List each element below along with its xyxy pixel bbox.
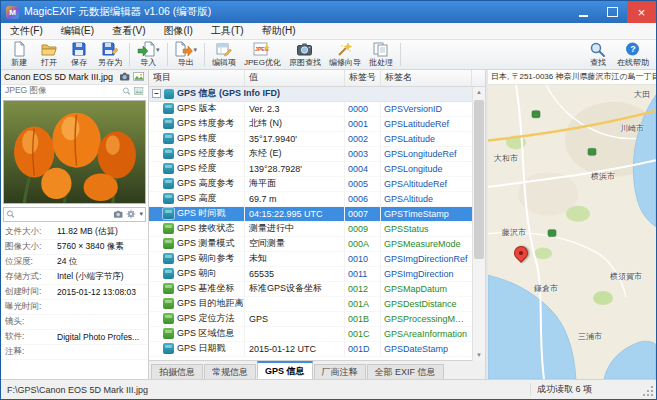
properties-list: 文件大小: 11.82 MB (估算) 图像大小: 5760 × 3840 像素… <box>1 225 148 379</box>
image-icon[interactable] <box>133 71 145 82</box>
jpeg-optimize-button[interactable]: JPEG JPEG优化 <box>240 40 285 69</box>
scroll-up-icon[interactable]: ▲ <box>473 87 485 98</box>
property-label: 曝光时间: <box>5 301 57 313</box>
info-tab[interactable]: 全部 EXIF 信息 <box>367 364 444 379</box>
table-row[interactable]: GPS 纬度参考 北纬 (N) 0001 GPSLatitudeRef <box>149 117 472 132</box>
tag-type-icon <box>163 148 174 159</box>
zoom-icon[interactable] <box>122 86 132 96</box>
wizard-button[interactable]: 编修向导 <box>325 40 365 69</box>
map-label: 大田 <box>634 89 650 100</box>
info-tab[interactable]: 常规信息 <box>204 364 256 379</box>
menu-help[interactable]: 帮助(H) <box>253 23 305 39</box>
original-search-button[interactable]: 原图查找 <box>285 40 325 69</box>
info-tab[interactable]: 厂商注释 <box>314 364 366 379</box>
table-scrollbar[interactable]: ▲ ▼ <box>472 87 485 361</box>
scrollbar-thumb[interactable] <box>474 100 484 259</box>
header-item[interactable]: 项目 <box>149 70 245 86</box>
collapse-icon[interactable]: − <box>152 89 161 98</box>
map-label: 三浦市 <box>578 331 602 342</box>
group-row[interactable]: − GPS 信息 (GPS Info IFD) <box>149 87 472 102</box>
table-row[interactable]: GPS 高度 69.7 m 0006 GPSAltitude <box>149 192 472 207</box>
table-row[interactable]: GPS 接收状态 测量进行中 0009 GPSStatus <box>149 222 472 237</box>
table-row[interactable]: GPS 目的地距离 001A GPSDestDistance <box>149 297 472 312</box>
menu-file[interactable]: 文件(F) <box>1 23 52 39</box>
table-row[interactable]: GPS 基准坐标 标准GPS设备坐标 0012 GPSMapDatum <box>149 282 472 297</box>
cell-tag: 0000 <box>345 102 381 116</box>
gear-icon[interactable] <box>126 209 136 219</box>
save-button[interactable]: 保存 <box>64 40 94 69</box>
table-row[interactable]: GPS 区域信息 001C GPSAreaInformation <box>149 327 472 342</box>
map-canvas[interactable]: 大田川崎市大和市横浜市藤沢市鎌倉市横須賀市三浦市 <box>488 85 656 379</box>
camera-icon[interactable] <box>113 209 124 219</box>
map-label: 横浜市 <box>591 171 615 182</box>
picture-icon[interactable] <box>134 86 144 96</box>
menu-tools[interactable]: 工具(T) <box>202 23 253 39</box>
chevron-down-icon[interactable]: ▾ <box>139 210 143 218</box>
group-label: GPS 信息 (GPS Info IFD) <box>177 87 280 100</box>
table-row[interactable]: GPS 时间戳 04:15:22.995 UTC 0007 GPSTimeSta… <box>149 207 472 222</box>
cell-tagname: GPSStatus <box>381 224 472 234</box>
header-tagname[interactable]: 标签名 <box>381 70 472 86</box>
cell-tagname: GPSAreaInformation <box>381 329 472 339</box>
resize-grip[interactable] <box>642 380 656 399</box>
cell-tagname: GPSAltitude <box>381 194 472 204</box>
cell-value: GPS <box>245 312 345 326</box>
search-input[interactable] <box>18 209 111 219</box>
online-help-button[interactable]: ? 在线帮助 <box>613 40 653 69</box>
map-label: 川崎市 <box>620 123 644 134</box>
close-button[interactable]: × <box>627 1 656 23</box>
cell-tagname: GPSTimeStamp <box>381 209 472 219</box>
cell-item: GPS 目的地距离 <box>149 297 245 311</box>
property-row: 图像大小: 5760 × 3840 像素 <box>1 240 148 255</box>
new-button[interactable]: 新建 <box>4 40 34 69</box>
property-value: 5760 × 3840 像素 <box>57 241 144 253</box>
table-row[interactable]: GPS 经度参考 东经 (E) 0003 GPSLongitudeRef <box>149 147 472 162</box>
save-label: 保存 <box>71 59 87 68</box>
menu-edit[interactable]: 编辑(E) <box>52 23 103 39</box>
stacked-pages-icon <box>372 41 390 59</box>
menu-image[interactable]: 图像(I) <box>154 23 201 39</box>
table-row[interactable]: GPS 测量模式 空间测量 000A GPSMeasureMode <box>149 237 472 252</box>
property-label: 存储方式: <box>5 271 57 283</box>
cell-item: GPS 高度 <box>149 192 245 206</box>
table-row[interactable]: GPS 纬度 35°17.9940' 0002 GPSLatitude <box>149 132 472 147</box>
edit-items-button[interactable]: 编辑项 <box>208 40 240 69</box>
info-tab[interactable]: GPS 信息 <box>257 361 313 379</box>
find-button[interactable]: 查找 <box>583 40 613 69</box>
table-row[interactable]: GPS 朝向参考 未知 0010 GPSImgDirectionRef <box>149 252 472 267</box>
export-dropdown-icon[interactable]: ▾ <box>194 46 198 54</box>
property-label: 软件: <box>5 331 57 343</box>
save-as-button[interactable]: 另存为 <box>94 40 126 69</box>
open-button[interactable]: 打开 <box>34 40 64 69</box>
table-row[interactable]: GPS 日期戳 2015-01-12 UTC 001D GPSDateStamp <box>149 342 472 357</box>
property-label: 注释: <box>5 346 57 358</box>
cell-tagname: GPSLongitude <box>381 164 472 174</box>
image-preview[interactable] <box>3 100 146 204</box>
header-tag[interactable]: 标签号 <box>345 70 381 86</box>
new-icon <box>10 41 28 59</box>
minimize-button[interactable] <box>569 1 598 23</box>
file-name: Canon EOS 5D Mark III.jpg <box>4 72 117 82</box>
cell-value: 北纬 (N) <box>245 117 345 131</box>
gps-group-icon <box>164 89 174 99</box>
table-row[interactable]: GPS 定位方法 GPS 001B GPSProcessingMethod <box>149 312 472 327</box>
import-button[interactable]: ▾ 导入 <box>133 40 164 69</box>
cell-tag: 0004 <box>345 162 381 176</box>
table-row[interactable]: GPS 版本 Ver. 2.3 0000 GPSVersionID <box>149 102 472 117</box>
table-row[interactable]: GPS 朝向 65535 0011 GPSImgDirection <box>149 267 472 282</box>
cell-item: GPS 纬度 <box>149 132 245 146</box>
export-button[interactable]: ▾ 导出 <box>171 40 202 69</box>
tag-type-icon <box>163 178 174 189</box>
camera-icon[interactable] <box>119 71 131 82</box>
header-value[interactable]: 值 <box>245 70 345 86</box>
batch-button[interactable]: 批处理 <box>365 40 397 69</box>
table-row[interactable]: GPS 经度 139°28.7928' 0004 GPSLongitude <box>149 162 472 177</box>
scroll-down-icon[interactable]: ▼ <box>473 350 485 361</box>
cell-tag: 0009 <box>345 222 381 236</box>
maximize-button[interactable] <box>598 1 627 23</box>
tag-type-icon <box>163 283 174 294</box>
table-row[interactable]: GPS 高度参考 海平面 0005 GPSAltitudeRef <box>149 177 472 192</box>
menu-view[interactable]: 查看(V) <box>103 23 154 39</box>
import-dropdown-icon[interactable]: ▾ <box>156 46 160 54</box>
info-tab[interactable]: 拍摄信息 <box>151 364 203 379</box>
